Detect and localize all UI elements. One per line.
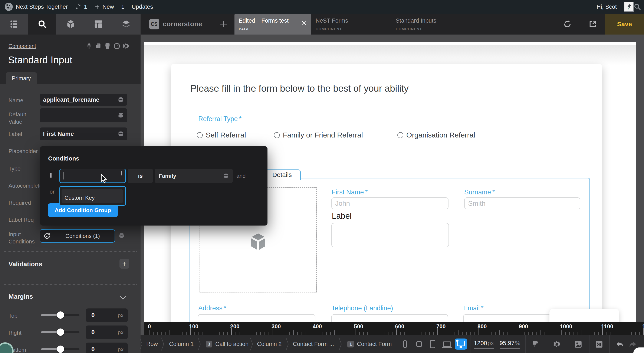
- device-tablet-button[interactable]: [430, 340, 435, 348]
- surname-input[interactable]: Smith: [464, 197, 580, 209]
- breadcrumb-column-1[interactable]: Column 1: [169, 335, 194, 353]
- account-greeting[interactable]: Hi, Scot: [596, 4, 617, 10]
- name-input[interactable]: applicant_forename: [40, 94, 127, 106]
- breadcrumb-separator-icon: [338, 337, 342, 351]
- dynamic-data-icon[interactable]: [223, 173, 229, 179]
- first-name-input[interactable]: John: [331, 197, 448, 209]
- console-icon[interactable]: [594, 340, 604, 349]
- redo-icon[interactable]: [628, 340, 638, 349]
- device-laptop-button[interactable]: [443, 341, 451, 346]
- avatar[interactable]: [624, 2, 634, 12]
- outline-button[interactable]: [0, 14, 28, 35]
- admin-search-icon[interactable]: [634, 3, 641, 11]
- or-label: or: [50, 188, 54, 195]
- radio-family-friend-referral[interactable]: Family or Friend Referral: [274, 131, 363, 139]
- slider-handle[interactable]: [57, 328, 64, 336]
- close-tab-icon[interactable]: [301, 20, 307, 26]
- pin-icon[interactable]: [85, 42, 93, 50]
- tab-primary[interactable]: Primary: [6, 72, 37, 84]
- tab-standard-inputs[interactable]: Standard Inputs COMPONENT: [392, 14, 472, 35]
- margin-right-slider[interactable]: [41, 331, 80, 333]
- margin-bottom-slider[interactable]: [41, 348, 80, 350]
- surname-label: Surname*: [464, 188, 495, 196]
- plus-icon: [94, 4, 100, 10]
- search-button[interactable]: [28, 14, 56, 35]
- margin-bottom-value[interactable]: 0 px: [86, 342, 128, 353]
- label-input[interactable]: First Name: [40, 128, 127, 140]
- slider-handle[interactable]: [57, 345, 64, 353]
- site-logo-icon[interactable]: [5, 3, 13, 11]
- margin-top-slider[interactable]: [41, 314, 80, 316]
- radio-icon[interactable]: [197, 132, 203, 138]
- condition-key-select[interactable]: [60, 169, 126, 183]
- reload-button[interactable]: [557, 14, 578, 35]
- settings-gear-icon[interactable]: [122, 42, 130, 50]
- dynamic-data-icon[interactable]: [118, 112, 124, 119]
- breadcrumb-row[interactable]: Row: [146, 335, 158, 353]
- breadcrumb[interactable]: Component: [8, 43, 36, 49]
- tab-edited-forms-test[interactable]: Edited – Forms test PAGE: [234, 14, 311, 35]
- breadcrumb-contact-form[interactable]: 1 Contact Form: [347, 335, 392, 353]
- dropdown-option-custom-key[interactable]: Custom Key: [62, 189, 123, 203]
- device-phone-landscape-button[interactable]: [416, 341, 422, 347]
- new-tab-button[interactable]: [215, 14, 232, 35]
- radio-icon[interactable]: [274, 132, 280, 138]
- open-external-button[interactable]: [582, 14, 603, 35]
- reload-icon: [563, 20, 572, 29]
- tab-nest-forms[interactable]: NeST Forms COMPONENT: [311, 14, 392, 35]
- condition-operator[interactable]: is: [128, 169, 153, 183]
- radio-self-referral[interactable]: Self Referral: [197, 131, 246, 139]
- breadcrumb-column-2[interactable]: Column 2: [257, 335, 282, 353]
- condition-drag-handle[interactable]: [46, 169, 56, 183]
- dynamic-data-icon[interactable]: [118, 232, 125, 239]
- ruler-corner: [140, 322, 144, 335]
- slider-handle[interactable]: [57, 311, 64, 319]
- new-button[interactable]: New: [94, 4, 114, 10]
- label-field-textarea[interactable]: [331, 223, 449, 247]
- dynamic-data-icon[interactable]: [118, 131, 124, 137]
- device-phone-button[interactable]: [403, 340, 407, 348]
- settings-gear-icon[interactable]: [552, 340, 561, 349]
- address-input[interactable]: [198, 314, 316, 322]
- conditions-button[interactable]: Conditions (1): [40, 229, 115, 243]
- comment-count[interactable]: 1: [121, 4, 124, 10]
- margin-top-value[interactable]: 0 px: [86, 308, 128, 322]
- media-image-icon[interactable]: [574, 340, 583, 349]
- add-validation-button[interactable]: +: [120, 259, 129, 269]
- updates-link[interactable]: Updates: [132, 4, 153, 10]
- dynamic-data-icon[interactable]: [118, 97, 124, 103]
- telephone-input[interactable]: [331, 314, 448, 322]
- floating-panel: [550, 309, 619, 322]
- duplicate-icon[interactable]: [94, 42, 102, 50]
- site-name[interactable]: Next Steps Together: [16, 4, 68, 10]
- index-badge: 1: [347, 341, 354, 347]
- save-button[interactable]: Save: [605, 14, 644, 35]
- breadcrumb-contact-form-ellipsis[interactable]: Contact Form ...: [293, 335, 334, 353]
- condition-value-select[interactable]: Family: [155, 169, 233, 183]
- text-caret: [63, 172, 64, 179]
- elements-cube-icon[interactable]: [66, 19, 76, 29]
- radio-organisation-referral[interactable]: Organisation Referral: [398, 131, 475, 139]
- details-tab[interactable]: Details: [264, 169, 301, 180]
- layout-icon[interactable]: [94, 19, 103, 29]
- ruler-label: 1100: [601, 323, 613, 330]
- layers-icon[interactable]: [121, 19, 131, 29]
- device-desktop-button[interactable]: [455, 338, 467, 349]
- field-label: Name: [8, 97, 37, 104]
- undo-icon[interactable]: [615, 340, 624, 349]
- popup-title: Conditions: [48, 155, 79, 162]
- margin-right-value[interactable]: 0 px: [86, 325, 128, 339]
- radio-icon[interactable]: [398, 132, 403, 138]
- default-value-input[interactable]: [40, 108, 127, 122]
- breadcrumb-separator-icon: [198, 337, 201, 351]
- cube-placeholder-icon: [248, 230, 269, 253]
- canvas-width-control[interactable]: 1200px: [474, 340, 494, 349]
- breadcrumb-call-to-action[interactable]: 3 Call to action: [206, 335, 248, 353]
- dev-tools-icon[interactable]: [531, 340, 540, 349]
- visibility-icon[interactable]: [113, 42, 121, 50]
- delete-icon[interactable]: [104, 42, 112, 50]
- zoom-level-control[interactable]: 95.97%: [500, 340, 520, 349]
- and-label: and: [236, 173, 246, 179]
- updates-indicator[interactable]: 1: [75, 4, 87, 10]
- mouse-cursor: [99, 174, 108, 184]
